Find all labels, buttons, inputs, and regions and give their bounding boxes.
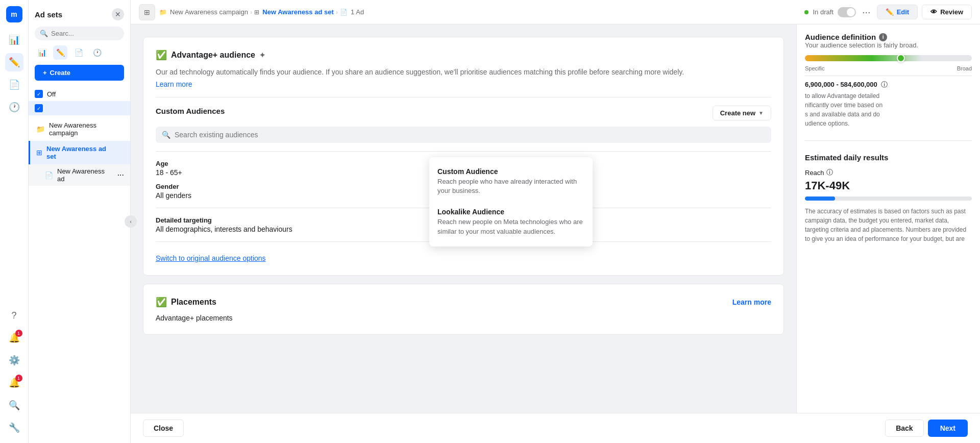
adsets-search-input[interactable]: [51, 30, 119, 37]
reach-bar: [805, 196, 972, 201]
left-sidebar: m 📊 ✏️ 📄 🕐 ? 🔔 1 ⚙️ 🔔 1 🔍 🔧: [0, 0, 29, 443]
advantage-plus-icon: ✦: [259, 51, 265, 59]
sidebar-notification-icon[interactable]: 🔔 1: [5, 329, 23, 347]
reach-range-value: 6,900,000 - 584,600,000: [805, 81, 877, 88]
nav-item-off[interactable]: ✓ Off: [29, 87, 130, 101]
reach-label: Reach ⓘ: [805, 168, 972, 177]
sidebar-chart-icon[interactable]: 📊: [5, 31, 23, 49]
sidebar-pages-icon[interactable]: 📄: [5, 76, 23, 94]
adset-item[interactable]: ⊞ New Awareness ad set ···: [29, 141, 130, 164]
bottom-bar: Close Back Next: [131, 413, 980, 443]
top-nav: ⊞ 📁 New Awareness campaign › ⊞ New Aware…: [131, 0, 980, 24]
audience-card-title: ✅ Advantage+ audience ✦: [156, 50, 771, 61]
lookalike-desc: Reach new people on Meta technologies wh…: [437, 217, 584, 236]
search-audiences-icon: 🔍: [162, 131, 170, 139]
nav-item-active[interactable]: ✓: [29, 101, 130, 115]
ad-icon: 📄: [45, 171, 53, 179]
toggle-switch[interactable]: [838, 7, 856, 17]
collapse-sidebar-btn[interactable]: ⊞: [139, 4, 155, 20]
audience-meter: [805, 55, 972, 61]
adset-name: New Awareness ad set: [46, 145, 109, 160]
alert-badge: 1: [15, 375, 22, 382]
custom-audience-option[interactable]: Custom Audience Reach people who have al…: [429, 161, 593, 202]
reach-info-icon: ⓘ: [881, 81, 888, 88]
breadcrumb-ad[interactable]: 1 Ad: [351, 8, 364, 16]
placements-learn-more[interactable]: Learn more: [732, 298, 771, 306]
close-panel-button[interactable]: ✕: [112, 8, 124, 20]
search-audiences-input[interactable]: [175, 131, 765, 139]
nav-item-off-label: Off: [47, 90, 56, 98]
nav-items: ✓ Off ✓: [29, 85, 130, 117]
meter-labels: Specific Broad: [805, 65, 972, 71]
status-text: In draft: [813, 8, 833, 16]
ad-name: New Awareness ad: [57, 167, 113, 183]
edit-icon: ✏️: [886, 8, 894, 16]
notification-badge: 1: [15, 330, 22, 337]
reach-value: 17K-49K: [805, 179, 972, 192]
switch-audience-link[interactable]: Switch to original audience options: [156, 254, 266, 262]
reach-note: The accuracy of estimates is based on fa…: [805, 207, 972, 243]
learn-more-link[interactable]: Learn more: [156, 80, 192, 88]
lookalike-title: Lookalike Audience: [437, 208, 584, 216]
create-new-button[interactable]: Create new ▼: [713, 106, 771, 120]
breadcrumb-adset[interactable]: New Awareness ad set: [262, 8, 333, 16]
review-button[interactable]: 👁 Review: [922, 5, 972, 19]
placements-subtitle: Advantage+ placements: [156, 314, 771, 322]
pencil-view-btn[interactable]: ✏️: [53, 45, 67, 60]
sidebar-search-icon[interactable]: 🔍: [5, 396, 23, 414]
chart-view-btn[interactable]: 📊: [35, 45, 49, 60]
next-button[interactable]: Next: [928, 420, 968, 437]
reach-bar-fill: [805, 196, 835, 201]
adsets-panel-wrapper: Ad sets ✕ 🔍 📊 ✏️ 📄 🕐 + Create ✓ Off ✓: [29, 0, 131, 443]
specific-label: Specific: [805, 65, 825, 71]
custom-audience-title: Custom Audience: [437, 167, 584, 176]
adset-breadcrumb-icon: ⊞: [254, 9, 259, 16]
custom-audiences-label: Custom Audiences: [156, 107, 225, 115]
history-view-btn[interactable]: 🕐: [90, 45, 104, 60]
create-new-label: Create new: [720, 109, 755, 117]
reach-range: 6,900,000 - 584,600,000 ⓘ: [805, 80, 972, 89]
campaign-item[interactable]: 📁 New Awareness campaign ···: [29, 117, 130, 141]
center-panel: ✅ Advantage+ audience ✦ Our ad technolog…: [131, 24, 796, 413]
campaign-name: New Awareness campaign: [49, 121, 109, 137]
right-panel-divider-2: [805, 140, 972, 141]
close-button[interactable]: Close: [143, 420, 184, 437]
edit-button[interactable]: ✏️ Edit: [877, 5, 918, 19]
reach-info-icon-2: ⓘ: [826, 168, 833, 177]
right-panel: Audience definition i Your audience sele…: [796, 24, 980, 413]
audience-note: to allow Advantage detailed nificantly o…: [805, 91, 972, 128]
audience-broad-text: Your audience selection is fairly broad.: [805, 41, 972, 49]
ad-more-btn[interactable]: ···: [117, 170, 124, 180]
content-area: ✅ Advantage+ audience ✦ Our ad technolog…: [131, 24, 980, 413]
audience-def-info-icon[interactable]: i: [879, 33, 887, 41]
sidebar-pencil-icon[interactable]: ✏️: [5, 53, 23, 71]
nav-buttons: Back Next: [885, 420, 968, 437]
adset-icon: ⊞: [36, 149, 42, 157]
placements-check-icon: ✅: [156, 297, 167, 308]
audience-meter-indicator: [897, 54, 905, 62]
lookalike-audience-option[interactable]: Lookalike Audience Reach new people on M…: [429, 202, 593, 242]
meta-logo: m: [6, 6, 22, 22]
sidebar-help-icon[interactable]: ?: [5, 306, 23, 325]
review-icon: 👁: [930, 8, 937, 16]
more-options-btn[interactable]: ···: [860, 4, 873, 20]
breadcrumb: 📁 New Awareness campaign › ⊞ New Awarene…: [159, 8, 364, 16]
broad-label: Broad: [957, 65, 972, 71]
panel-collapse-btn[interactable]: ‹: [125, 215, 137, 228]
sidebar-alert-icon[interactable]: 🔔 1: [5, 374, 23, 392]
placements-title: ✅ Placements Learn more: [156, 297, 771, 308]
sidebar-clock-icon[interactable]: 🕐: [5, 98, 23, 116]
adsets-title: Ad sets: [35, 10, 62, 19]
ad-sub-item[interactable]: 📄 New Awareness ad ···: [29, 164, 130, 186]
custom-audiences-header: Custom Audiences Create new ▼: [156, 106, 771, 120]
checkbox-active: ✓: [35, 104, 43, 112]
create-button[interactable]: + Create: [35, 65, 124, 81]
sidebar-tool-icon[interactable]: 🔧: [5, 419, 23, 437]
page-view-btn[interactable]: 📄: [71, 45, 86, 60]
adsets-icons-row: 📊 ✏️ 📄 🕐: [29, 42, 130, 63]
back-button[interactable]: Back: [885, 420, 923, 437]
status-dot: [804, 10, 808, 14]
sidebar-settings-icon[interactable]: ⚙️: [5, 351, 23, 370]
breadcrumb-campaign[interactable]: New Awareness campaign: [170, 8, 248, 16]
right-panel-divider-1: [805, 76, 972, 76]
